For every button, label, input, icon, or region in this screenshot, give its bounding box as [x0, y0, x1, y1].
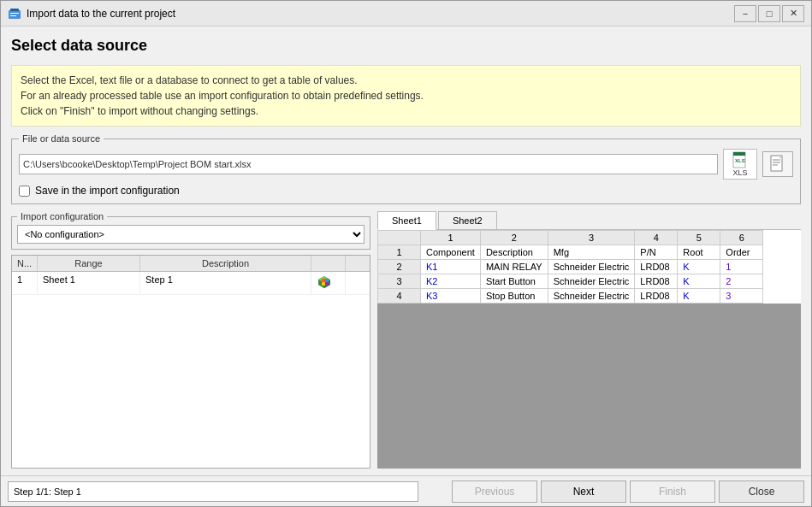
- cell-2-3: Schneider Electric: [548, 260, 635, 274]
- close-button[interactable]: Close: [719, 480, 804, 503]
- xls-icon: XLS: [732, 151, 749, 168]
- save-checkbox[interactable]: [19, 186, 30, 197]
- xls-button[interactable]: XLS XLS: [723, 149, 757, 180]
- cell-3-6: 2: [720, 274, 763, 289]
- cell-3-5: K: [678, 274, 720, 289]
- gray-area: [377, 304, 801, 469]
- data-row-1: 1 Component Description Mfg P/N Root Ord…: [378, 245, 763, 260]
- page-title: Select data source: [11, 37, 801, 55]
- col-header-range: Range: [38, 256, 140, 271]
- svg-marker-8: [779, 156, 782, 158]
- data-row-3: 3 K2 Start Button Schneider Electric LRD…: [378, 274, 763, 289]
- col-header-n: N...: [12, 256, 38, 271]
- data-table: 1 2 3 4 5 6 1 Component: [377, 230, 763, 304]
- sheet-content: 1 2 3 4 5 6 1 Component: [377, 230, 801, 304]
- cell-3-2: Start Button: [480, 274, 548, 289]
- sheet-tab-2[interactable]: Sheet2: [438, 211, 497, 229]
- file-path-input[interactable]: [19, 154, 718, 174]
- main-content: Select data source Select the Excel, tex…: [1, 27, 811, 475]
- right-panel: Sheet1 Sheet2 1 2 3 4 5: [377, 211, 801, 469]
- description-box: Select the Excel, text file or a databas…: [11, 65, 801, 127]
- title-bar: Import data to the current project − □ ✕: [1, 1, 811, 27]
- row-num-1: 1: [378, 245, 421, 260]
- description-line3: Click on "Finish" to import without chan…: [21, 103, 791, 119]
- minimize-button[interactable]: −: [734, 5, 756, 22]
- finish-button[interactable]: Finish: [630, 480, 715, 503]
- cell-3-1: K2: [421, 274, 481, 289]
- cell-2-1: K1: [421, 260, 481, 274]
- save-checkbox-row: Save in the import configuration: [19, 185, 793, 197]
- cell-4-3: Schneider Electric: [548, 289, 635, 304]
- step-text: Step 1/1: Step 1: [14, 486, 81, 497]
- cell-4-5: K: [678, 289, 720, 304]
- cell-1-2: Description: [480, 245, 548, 260]
- table-header: N... Range Description: [12, 256, 370, 272]
- row-num-2: 2: [378, 260, 421, 274]
- xls-label: XLS: [732, 168, 747, 177]
- data-row-2: 2 K1 MAIN RELAY Schneider Electric LRD08…: [378, 260, 763, 274]
- row-n: 1: [12, 272, 38, 294]
- step-status: Step 1/1: Step 1: [8, 481, 418, 502]
- file-legend: File or data source: [19, 133, 104, 144]
- cell-3-3: Schneider Electric: [548, 274, 635, 289]
- svg-rect-1: [10, 9, 19, 11]
- row-range: Sheet 1: [38, 272, 140, 294]
- left-table: N... Range Description 1 Sheet 1 Step 1: [11, 255, 370, 469]
- svg-rect-3: [10, 15, 16, 16]
- svg-rect-17: [325, 279, 329, 282]
- col-6: 6: [720, 231, 763, 245]
- svg-rect-16: [322, 279, 325, 282]
- close-window-button[interactable]: ✕: [782, 5, 804, 22]
- cell-3-4: LRD08: [635, 274, 678, 289]
- nav-buttons: Previous Next Finish Close: [452, 480, 804, 503]
- previous-button[interactable]: Previous: [452, 480, 537, 503]
- col-3: 3: [548, 231, 635, 245]
- corner-cell: [378, 231, 421, 245]
- svg-rect-2: [10, 13, 19, 14]
- svg-rect-0: [9, 10, 21, 19]
- sheet-tabs: Sheet1 Sheet2: [377, 211, 801, 230]
- cell-2-5: K: [678, 260, 720, 274]
- col-header-description: Description: [140, 256, 311, 271]
- cell-1-3: Mfg: [548, 245, 635, 260]
- cell-1-4: P/N: [635, 245, 678, 260]
- step-icon: [317, 274, 332, 290]
- cell-2-4: LRD08: [635, 260, 678, 274]
- doc-icon: [770, 155, 785, 174]
- left-panel: Import configuration <No configuration> …: [11, 211, 370, 469]
- save-checkbox-label: Save in the import configuration: [35, 185, 180, 197]
- cell-1-5: Root: [678, 245, 720, 260]
- row-description: Step 1: [140, 272, 311, 294]
- table-row[interactable]: 1 Sheet 1 Step 1: [12, 272, 370, 295]
- config-select[interactable]: <No configuration>: [17, 225, 365, 244]
- col-2: 2: [480, 231, 548, 245]
- sheet-tab-1[interactable]: Sheet1: [377, 211, 436, 230]
- cell-2-6: 1: [720, 260, 763, 274]
- row-num-3: 3: [378, 274, 421, 289]
- cell-2-2: MAIN RELAY: [480, 260, 548, 274]
- config-fieldset: Import configuration <No configuration>: [11, 211, 370, 250]
- file-fieldset: File or data source XLS XLS: [11, 133, 801, 204]
- cell-4-4: LRD08: [635, 289, 678, 304]
- main-window: Import data to the current project − □ ✕…: [0, 0, 812, 507]
- description-line2: For an already processed table use an im…: [21, 88, 791, 103]
- svg-rect-19: [325, 282, 329, 286]
- window-title: Import data to the current project: [27, 8, 729, 20]
- doc-button[interactable]: [762, 151, 793, 177]
- col-1: 1: [421, 231, 481, 245]
- main-area: Import configuration <No configuration> …: [11, 211, 801, 469]
- cell-4-6: 3: [720, 289, 763, 304]
- data-row-4: 4 K3 Stop Button Schneider Electric LRD0…: [378, 289, 763, 304]
- col-header-icon: [311, 256, 346, 271]
- file-row: XLS XLS: [19, 149, 793, 180]
- col-header-row: 1 2 3 4 5 6: [378, 231, 763, 245]
- next-button[interactable]: Next: [541, 480, 626, 503]
- svg-rect-5: [733, 152, 745, 156]
- svg-rect-18: [322, 282, 325, 286]
- cell-1-1: Component: [421, 245, 481, 260]
- maximize-button[interactable]: □: [758, 5, 780, 22]
- row-icon-cell: [311, 272, 346, 294]
- row-num-4: 4: [378, 289, 421, 304]
- description-line1: Select the Excel, text file or a databas…: [21, 73, 791, 88]
- cell-4-2: Stop Button: [480, 289, 548, 304]
